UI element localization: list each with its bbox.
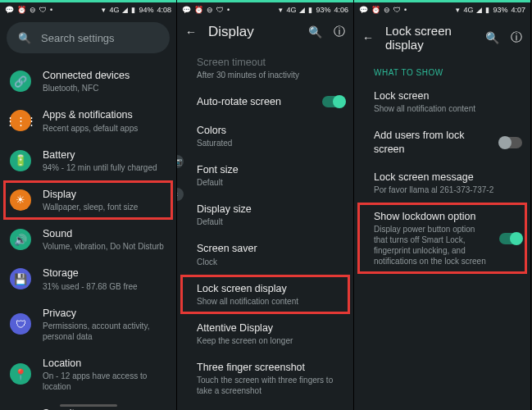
dnd-icon: ⊖	[207, 7, 213, 14]
phone-display-settings: 💬 ⏰ ⊖ 🛡 • ▾ 4G ◢ ▮ 93% 4:06 ← Display 🔍 …	[177, 0, 354, 410]
list-item[interactable]: Display sizeDefault	[177, 195, 353, 235]
wifi-icon: ▾	[102, 7, 106, 14]
net-label: 4G	[109, 7, 119, 14]
list-item[interactable]: 🔗Connected devicesBluetooth, NFC	[0, 61, 176, 101]
chat-icon: 💬	[359, 7, 368, 14]
list-item[interactable]: Attentive DisplayKeep the screen on long…	[177, 314, 353, 353]
item-title: Privacy	[43, 307, 168, 320]
battery-icon: ▮	[131, 7, 135, 14]
shield-icon: 🛡	[216, 7, 224, 14]
item-title: Display	[43, 188, 168, 201]
item-title: Auto-rotate screen	[197, 95, 311, 108]
net-label: 4G	[286, 7, 296, 14]
battery-icon: ▮	[485, 7, 489, 14]
help-icon[interactable]: ⓘ	[511, 30, 522, 45]
battery-pct: 94%	[139, 7, 153, 14]
item-subtitle: 94% - 12 min until fully charged	[43, 162, 168, 173]
signal-icon: ◢	[122, 7, 128, 14]
item-title: Lock screen display	[197, 282, 345, 295]
list-item[interactable]: Screen timeoutAfter 30 minutes of inacti…	[177, 48, 353, 88]
search-icon[interactable]: 🔍	[308, 25, 322, 39]
item-subtitle: Recent apps, default apps	[43, 123, 168, 134]
list-item[interactable]: Lock screen displayShow all notification…	[177, 275, 353, 314]
item-title: Lock screen message	[374, 171, 522, 184]
battery-pct: 93%	[493, 7, 507, 14]
item-title: Connected devices	[43, 69, 168, 82]
item-subtitle: Show all notification content	[197, 296, 345, 307]
dnd-icon: ⊖	[384, 7, 390, 14]
list-item[interactable]: Screen saverClock	[177, 235, 353, 274]
back-icon[interactable]: ←	[185, 25, 197, 39]
list-item[interactable]: 🛡PrivacyPermissions, account activity, p…	[0, 299, 176, 349]
search-placeholder: Search settings	[41, 32, 115, 44]
item-subtitle: Volume, vibration, Do Not Disturb	[43, 241, 168, 252]
item-title: Apps & notifications	[43, 108, 168, 121]
shield-icon: 🛡	[39, 7, 47, 14]
page-title: Display	[208, 24, 254, 40]
list-item[interactable]: ☀DisplayWallpaper, sleep, font size	[0, 180, 176, 220]
back-icon[interactable]: ←	[362, 31, 374, 44]
list-item[interactable]: Add users from lock screen	[354, 121, 530, 163]
category-icon: 💾	[10, 268, 31, 289]
item-title: Display size	[197, 203, 345, 216]
clock: 4:06	[334, 7, 348, 14]
category-icon: 🔋	[10, 150, 31, 171]
status-bar: 💬 ⏰ ⊖ 🛡 • ▾ 4G ◢ ▮ 93% 4:07	[354, 2, 530, 17]
category-icon: 🔗	[10, 71, 31, 92]
list-item[interactable]: Auto-rotate screen	[177, 88, 353, 116]
item-subtitle: After 30 minutes of inactivity	[197, 70, 345, 80]
item-title: Screen timeout	[197, 56, 345, 69]
list-item[interactable]: ColorsSaturated	[177, 116, 353, 156]
item-subtitle: 31% used - 87.68 GB free	[43, 281, 168, 292]
item-subtitle: Saturated	[197, 138, 345, 148]
list-item[interactable]: Lock screenShow all notification content	[354, 82, 530, 121]
search-input[interactable]: 🔍 Search settings	[7, 22, 170, 53]
clock: 4:07	[511, 7, 525, 14]
search-icon: 🔍	[18, 32, 31, 44]
item-title: Show lockdown option	[374, 210, 488, 223]
scroll-indicator	[60, 404, 117, 407]
phone-lockscreen-settings: 💬 ⏰ ⊖ 🛡 • ▾ 4G ◢ ▮ 93% 4:07 ← Lock scree…	[354, 0, 531, 410]
shield-icon: 🛡	[393, 7, 401, 14]
battery-icon: ▮	[308, 7, 312, 14]
wifi-icon: ▾	[279, 7, 283, 14]
item-subtitle: Touch the screen with three fingers to t…	[197, 375, 345, 396]
list-item[interactable]: 🔋Battery94% - 12 min until fully charged	[0, 141, 176, 180]
list-item[interactable]: Three finger screenshotTouch the screen …	[177, 353, 353, 403]
app-bar: ← Display 🔍 ⓘ	[177, 17, 353, 48]
signal-icon: ◢	[299, 7, 305, 14]
toggle-switch[interactable]	[499, 233, 522, 244]
help-icon[interactable]: ⓘ	[334, 25, 345, 39]
item-subtitle: Por favor llama al 261-373-737-2	[374, 184, 522, 195]
item-title: Screen saver	[197, 242, 345, 255]
toggle-switch[interactable]	[322, 96, 345, 107]
category-icon: 🔊	[10, 229, 31, 250]
list-item[interactable]: 💾Storage31% used - 87.68 GB free	[0, 259, 176, 298]
item-subtitle: Bluetooth, NFC	[43, 83, 168, 93]
chat-icon: 💬	[182, 7, 191, 14]
item-title: Three finger screenshot	[197, 361, 345, 374]
list-item[interactable]: 📍LocationOn - 12 apps have access to loc…	[0, 349, 176, 399]
search-icon[interactable]: 🔍	[485, 31, 499, 44]
settings-list[interactable]: 🔗Connected devicesBluetooth, NFC⋮⋮⋮Apps …	[0, 61, 176, 410]
more-icon: •	[50, 7, 52, 14]
item-title: Location	[43, 357, 168, 370]
item-subtitle: Display power button option that turns o…	[374, 224, 488, 266]
item-subtitle: Permissions, account activity, personal …	[43, 321, 168, 342]
list-item[interactable]: Font sizeDefault	[177, 156, 353, 195]
category-icon: ⋮⋮⋮	[10, 110, 31, 131]
list-item[interactable]: ⋮⋮⋮Apps & notificationsRecent apps, defa…	[0, 101, 176, 140]
toggle-switch[interactable]	[499, 137, 522, 148]
item-title: Security	[43, 407, 168, 410]
signal-icon: ◢	[476, 7, 482, 14]
list-item[interactable]: Show lockdown optionDisplay power button…	[354, 203, 530, 274]
display-list[interactable]: 📷 ‹ Screen timeoutAfter 30 minutes of in…	[177, 48, 353, 410]
list-item[interactable]: 🔊SoundVolume, vibration, Do Not Disturb	[0, 220, 176, 259]
item-subtitle: On - 12 apps have access to location	[43, 371, 168, 392]
list-item[interactable]: Lock screen messagePor favor llama al 26…	[354, 163, 530, 203]
status-bar: 💬 ⏰ ⊖ 🛡 • ▾ 4G ◢ ▮ 94% 4:08	[0, 2, 176, 17]
app-bar: ← Lock screen display 🔍 ⓘ	[354, 17, 530, 60]
lockscreen-list[interactable]: Lock screenShow all notification content…	[354, 82, 530, 410]
list-item[interactable]: One Button NavNavigate with gestures	[177, 403, 353, 410]
wifi-icon: ▾	[456, 7, 460, 14]
